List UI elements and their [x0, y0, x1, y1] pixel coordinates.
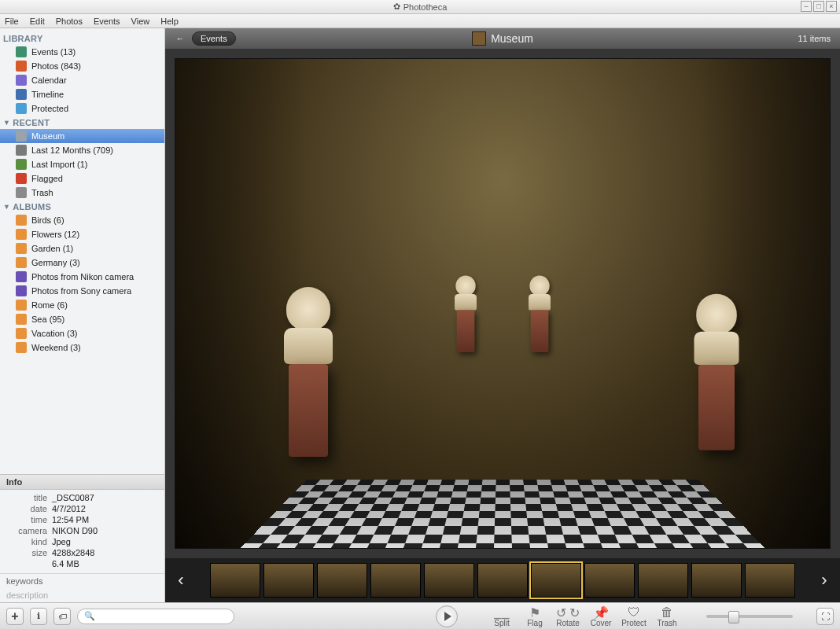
menu-bar: FileEditPhotosEventsViewHelp [0, 14, 840, 28]
section-albums[interactable]: ▼ALBUMS [0, 200, 164, 213]
info-value: 4/7/2012 [52, 504, 86, 513]
sidebar-item-trash[interactable]: Trash [0, 186, 164, 200]
thumbnail[interactable] [370, 563, 421, 598]
info-button[interactable]: ℹ [30, 608, 47, 625]
sidebar-item-protected[interactable]: Protected [0, 101, 164, 116]
rotate-button[interactable]: ↺ ↻Rotate [552, 605, 584, 627]
sidebar-item-label: Garden (1) [31, 244, 73, 253]
timeline-icon [16, 89, 27, 100]
window-minimize-button[interactable]: – [801, 1, 812, 12]
sidebar-item-flagged[interactable]: Flagged [0, 171, 164, 186]
sidebar-item-vacation-3[interactable]: Vacation (3) [0, 326, 164, 340]
tool-label: Split [494, 619, 509, 627]
folder-icon [16, 314, 27, 325]
trash-icon: 🗑 [661, 605, 673, 618]
info-panel: title_DSC0087date4/7/2012time12:54 PMcam… [0, 490, 164, 573]
menu-file[interactable]: File [5, 17, 19, 26]
thumbnail[interactable] [584, 563, 635, 598]
menu-edit[interactable]: Edit [30, 17, 45, 26]
zoom-slider[interactable] [706, 615, 793, 618]
info-icon: ℹ [37, 611, 40, 621]
search-input[interactable]: 🔍 [77, 609, 234, 624]
menu-events[interactable]: Events [94, 17, 120, 26]
section-title: ALBUMS [13, 202, 51, 212]
cover-button[interactable]: 📌Cover [585, 605, 617, 627]
sidebar-item-birds-6[interactable]: Birds (6) [0, 213, 164, 227]
info-label: date [6, 504, 47, 513]
sidebar-item-label: Photos from Sony camera [31, 286, 131, 296]
sidebar-item-photos-from-sony-camera[interactable]: Photos from Sony camera [0, 284, 164, 298]
app-logo-icon: ✿ [393, 2, 400, 12]
info-label: camera [6, 526, 47, 535]
thumbnail[interactable] [638, 563, 688, 598]
split-button[interactable]: ⎯⎯Split [486, 605, 518, 627]
import-icon [16, 159, 27, 170]
thumbnail[interactable] [745, 563, 795, 598]
thumbnail[interactable] [424, 563, 474, 598]
header-thumbnail-icon [472, 31, 486, 46]
sidebar-item-calendar[interactable]: Calendar [0, 73, 164, 87]
thumbnail[interactable] [531, 563, 581, 598]
photo-viewer[interactable] [165, 49, 840, 558]
section-title: RECENT [13, 118, 50, 127]
sidebar-item-events-13[interactable]: Events (13) [0, 45, 164, 59]
thumbnail[interactable] [263, 563, 314, 598]
info-row: 6.4 MB [6, 558, 158, 569]
info-value: 12:54 PM [52, 515, 89, 524]
slideshow-play-button[interactable] [436, 605, 458, 627]
breadcrumb-events[interactable]: Events [192, 31, 236, 46]
info-row: kindJpeg [6, 536, 158, 547]
thumbnail[interactable] [210, 563, 260, 598]
sidebar-item-photos-from-nikon-camera[interactable]: Photos from Nikon camera [0, 270, 164, 284]
trash-icon [16, 187, 27, 198]
thumbnail[interactable] [317, 563, 367, 598]
search-field[interactable] [98, 612, 227, 621]
sidebar-item-label: Trash [31, 188, 53, 197]
sidebar-tree: LIBRARYEvents (13)Photos (843)CalendarTi… [0, 28, 164, 474]
window-maximize-button[interactable]: □ [813, 1, 824, 12]
section-recent[interactable]: ▼RECENT [0, 116, 164, 129]
tool-label: Rotate [556, 619, 579, 627]
trash-button[interactable]: 🗑Trash [651, 605, 683, 627]
rotate-icon: ↺ ↻ [556, 605, 580, 618]
sidebar-item-weekend-3[interactable]: Weekend (3) [0, 340, 164, 355]
protect-button[interactable]: 🛡Protect [618, 605, 650, 627]
info-value: 6.4 MB [52, 559, 79, 568]
info-row: time12:54 PM [6, 514, 158, 525]
description-label: description [0, 588, 164, 602]
sidebar-item-timeline[interactable]: Timeline [0, 87, 164, 101]
sidebar-item-rome-6[interactable]: Rome (6) [0, 298, 164, 312]
thumbnail[interactable] [691, 563, 742, 598]
menu-view[interactable]: View [131, 17, 150, 26]
filmstrip-next-button[interactable]: › [816, 570, 832, 590]
content-header: ← Events Museum 11 items [165, 28, 840, 49]
tag-button[interactable]: 🏷 [53, 608, 71, 625]
info-label: time [6, 515, 47, 524]
add-button[interactable]: + [6, 608, 24, 625]
section-title: LIBRARY [3, 34, 43, 43]
menu-help[interactable]: Help [160, 17, 179, 26]
fullscreen-button[interactable]: ⛶ [816, 608, 834, 625]
folder-icon [16, 257, 27, 268]
back-button[interactable]: ← [173, 34, 187, 43]
sidebar-item-museum[interactable]: Museum [0, 129, 164, 143]
sidebar-item-label: Museum [31, 131, 64, 141]
item-count: 11 items [798, 34, 831, 43]
sidebar-item-flowers-12[interactable]: Flowers (12) [0, 227, 164, 241]
sidebar-item-garden-1[interactable]: Garden (1) [0, 241, 164, 256]
folder-icon [16, 215, 27, 226]
window-close-button[interactable]: × [826, 1, 837, 12]
sidebar-item-label: Rome (6) [31, 300, 68, 310]
sidebar-item-label: Germany (3) [31, 258, 80, 267]
thumbnail[interactable] [477, 563, 528, 598]
sidebar-item-photos-843[interactable]: Photos (843) [0, 59, 164, 73]
sidebar-item-last-12-months-709[interactable]: Last 12 Months (709) [0, 143, 164, 157]
menu-photos[interactable]: Photos [56, 17, 83, 26]
sidebar-item-sea-95[interactable]: Sea (95) [0, 312, 164, 326]
sidebar-item-last-import-1[interactable]: Last Import (1) [0, 157, 164, 171]
filmstrip-prev-button[interactable]: ‹ [173, 570, 189, 590]
sidebar-item-germany-3[interactable]: Germany (3) [0, 256, 164, 270]
flag-icon [16, 173, 27, 184]
content-area: ← Events Museum 11 items ‹ › [165, 28, 840, 602]
flag-button[interactable]: ⚑Flag [519, 605, 551, 627]
